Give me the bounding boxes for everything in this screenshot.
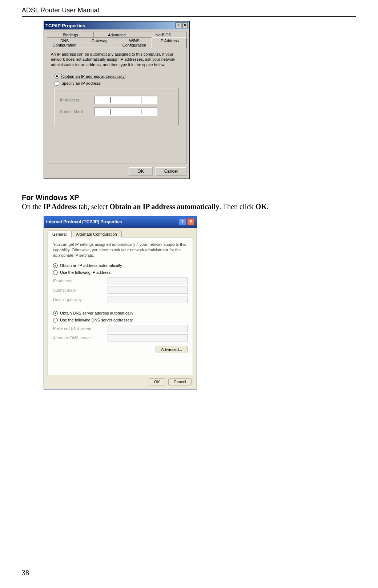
subnet-mask-label: Subnet Mask:	[60, 109, 89, 114]
radio-dot-icon	[53, 270, 58, 275]
page-number: 38	[22, 569, 29, 577]
radio-dns-auto[interactable]: Obtain DNS server address automatically	[53, 311, 188, 316]
section-heading: For Windows XP	[22, 193, 356, 202]
radio-dns-manual-label: Use the following DNS server addresses:	[60, 318, 133, 322]
winxp-tcpip-dialog: Internet Protocol (TCP/IP) Properties ? …	[44, 216, 197, 389]
footer-rule	[22, 563, 356, 563]
subnet-mask-field[interactable]	[94, 107, 157, 116]
ok-button[interactable]: OK	[129, 167, 152, 176]
radio-dot-icon	[53, 318, 58, 323]
ip-address-label: IP Address:	[60, 98, 89, 102]
cancel-button[interactable]: Cancel	[168, 378, 192, 385]
page-header: ADSL Router User Manual	[22, 0, 356, 16]
radio-ip-auto-label: Obtain an IP address automatically	[60, 263, 122, 268]
win98-title: TCP/IP Properties	[45, 23, 85, 28]
tab-dns-config[interactable]: DNS Configuration	[47, 37, 82, 48]
tab-ip-address[interactable]: IP Address	[152, 37, 187, 48]
radio-dot-icon	[53, 263, 58, 268]
ip-address-label: IP address:	[53, 279, 104, 283]
winxp-titlebar: Internet Protocol (TCP/IP) Properties ? …	[44, 216, 197, 228]
radio-specify-ip[interactable]: Specify an IP address:	[55, 81, 182, 86]
body-paragraph: On the IP Address tab, select Obtain an …	[22, 203, 356, 211]
radio-dns-auto-label: Obtain DNS server address automatically	[60, 311, 133, 315]
winxp-description: You can get IP settings assigned automat…	[53, 242, 188, 258]
radio-ip-manual[interactable]: Use the following IP address:	[53, 270, 188, 275]
radio-dns-manual[interactable]: Use the following DNS server addresses:	[53, 318, 188, 323]
win98-titlebar: TCP/IP Properties ? ✕	[44, 21, 189, 29]
ok-button[interactable]: OK	[149, 378, 165, 385]
alternate-dns-field[interactable]	[108, 334, 188, 341]
win98-description: An IP address can be automatically assig…	[51, 52, 182, 67]
radio-obtain-auto[interactable]: Obtain an IP address automatically	[55, 74, 182, 79]
radio-dot-icon	[55, 81, 59, 86]
tab-alternate-config[interactable]: Alternate Configuration	[71, 231, 122, 237]
preferred-dns-label: Preferred DNS server:	[53, 326, 104, 331]
tab-advanced[interactable]: Advanced	[93, 32, 140, 38]
help-icon[interactable]: ?	[179, 218, 186, 225]
tab-bindings[interactable]: Bindings	[47, 32, 94, 38]
win98-tcpip-dialog: TCP/IP Properties ? ✕ Bindings Advanced …	[44, 21, 190, 179]
subnet-mask-label: Subnet mask:	[53, 288, 104, 292]
separator	[53, 307, 188, 307]
subnet-mask-field[interactable]	[108, 287, 188, 294]
tab-gateway[interactable]: Gateway	[82, 37, 117, 48]
default-gateway-field[interactable]	[108, 296, 188, 303]
win98-ip-groupbox: IP Address: Subnet Mask:	[55, 88, 179, 125]
radio-specify-ip-label: Specify an IP address:	[61, 81, 101, 85]
close-icon[interactable]: ✕	[187, 218, 194, 225]
radio-obtain-auto-label: Obtain an IP address automatically	[61, 74, 125, 79]
tab-netbios[interactable]: NetBIOS	[140, 32, 187, 38]
default-gateway-label: Default gateway:	[53, 297, 104, 302]
winxp-title: Internet Protocol (TCP/IP) Properties	[46, 219, 122, 224]
radio-ip-manual-label: Use the following IP address:	[60, 270, 112, 275]
header-rule	[22, 16, 356, 17]
winxp-tab-panel: You can get IP settings assigned automat…	[48, 237, 193, 375]
close-icon[interactable]: ✕	[182, 23, 188, 28]
tab-wins-config[interactable]: WINS Configuration	[117, 37, 152, 48]
radio-dot-icon	[55, 74, 59, 79]
radio-dot-icon	[53, 311, 58, 316]
ip-address-field[interactable]	[108, 277, 188, 284]
help-icon[interactable]: ?	[176, 23, 181, 28]
advanced-button[interactable]: Advanced...	[156, 346, 188, 353]
alternate-dns-label: Alternate DNS server:	[53, 336, 104, 340]
radio-ip-auto[interactable]: Obtain an IP address automatically	[53, 263, 188, 268]
cancel-button[interactable]: Cancel	[156, 167, 186, 176]
ip-address-field[interactable]	[94, 96, 157, 104]
preferred-dns-field[interactable]	[108, 325, 188, 332]
win98-tab-panel: An IP address can be automatically assig…	[47, 48, 186, 164]
tab-general[interactable]: General	[48, 231, 71, 237]
